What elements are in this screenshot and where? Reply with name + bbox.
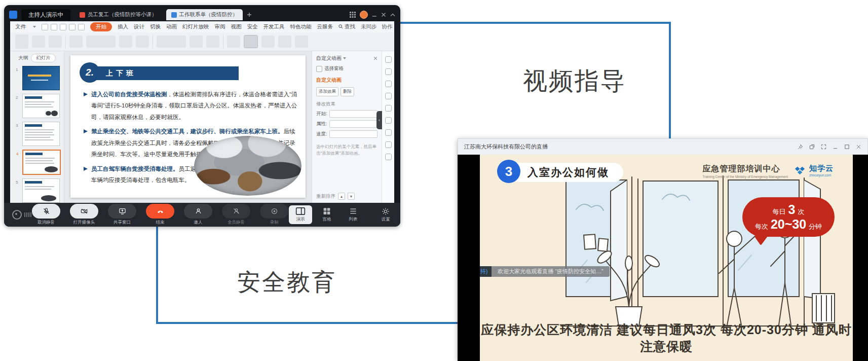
property-select[interactable] <box>329 120 378 128</box>
mute-all-button[interactable]: 全员静音 <box>221 204 251 226</box>
view-grid-button[interactable]: 宫格 <box>315 205 338 224</box>
sidebar-icon-strip: ‹ <box>382 51 394 203</box>
pin-icon[interactable] <box>798 144 803 150</box>
connector-line-left <box>156 227 158 324</box>
settings-button[interactable]: 设置 <box>374 206 397 224</box>
minimize-icon[interactable] <box>372 12 377 17</box>
wps-doc-tab-1[interactable]: 员工复工（疫情防控等小课） <box>74 9 162 20</box>
share-window-button[interactable]: 共享窗口 <box>107 204 137 226</box>
tab-slides[interactable]: 幻灯片 <box>31 54 56 62</box>
brand-name: 知学云 <box>809 164 834 173</box>
pane-collapse-handle[interactable]: ‹ <box>376 111 382 129</box>
gear-icon <box>382 207 390 215</box>
strip-tool-icon[interactable] <box>385 56 392 63</box>
strip-tool-icon[interactable] <box>385 117 392 124</box>
menu-cloud[interactable]: 云服务 <box>317 23 333 30</box>
menu-review[interactable]: 审阅 <box>215 23 225 30</box>
menu-security[interactable]: 安全 <box>247 23 258 30</box>
bullet-arrow-icon <box>84 92 88 96</box>
field-speed-label: 速度: <box>316 131 327 137</box>
collapse-ribbon-icon[interactable] <box>390 13 395 17</box>
strip-tool-icon[interactable] <box>385 154 392 160</box>
slide-section-number: 2. <box>80 62 100 83</box>
delete-effect-button[interactable]: 删除 <box>341 87 354 96</box>
fullscreen-icon[interactable] <box>821 144 826 150</box>
user-avatar[interactable] <box>360 11 368 19</box>
video-heading: 入室办公如何做 <box>527 165 609 179</box>
menu-start[interactable]: 开始 <box>90 22 112 31</box>
field-start-label: 开始: <box>316 111 327 117</box>
ribbon-paragraph-group[interactable] <box>157 35 186 48</box>
menu-animation[interactable]: 动画 <box>166 23 177 30</box>
strip-tool-icon[interactable] <box>385 105 392 112</box>
maximize-icon[interactable] <box>844 144 850 150</box>
ribbon-selected-tool[interactable] <box>244 35 258 48</box>
menu-slideshow[interactable]: 幻灯片放映 <box>182 23 209 30</box>
tab-outline[interactable]: 大纲 <box>18 55 28 61</box>
start-select[interactable] <box>329 110 378 118</box>
quick-access-toolbar[interactable] <box>42 24 85 30</box>
wps-shared-screen: 文件 开始 插入 设计 切换 动画 幻灯片放映 审阅 视图 安全 开发工具 特色… <box>10 21 394 203</box>
speed-select[interactable] <box>329 130 378 138</box>
menu-view[interactable]: 视图 <box>231 23 242 30</box>
record-button[interactable]: 录制 <box>259 204 289 226</box>
select-pane-link[interactable]: 选择窗格 <box>324 65 344 72</box>
menu-design[interactable]: 设计 <box>134 23 144 30</box>
strip-tool-icon[interactable] <box>385 81 392 87</box>
ventilation-tip-bubble: 每日 3 次 每次 20~30 分钟 <box>742 197 835 237</box>
reorder-label: 重新排序 <box>316 193 335 200</box>
slide-thumb-5[interactable]: 5 <box>22 178 60 203</box>
close-icon[interactable] <box>856 144 861 150</box>
share-screen-icon <box>119 207 126 215</box>
view-presenter-button[interactable]: 演示 <box>289 205 312 224</box>
wps-doc-tab-2[interactable]: 工作联系单（疫情防控） <box>166 9 243 20</box>
reorder-down-button[interactable]: ▼ <box>348 193 355 200</box>
camera-on-button[interactable]: 打开摄像头 <box>69 204 99 226</box>
popout-icon[interactable] <box>809 144 815 150</box>
invite-button[interactable]: 邀人 <box>183 204 213 226</box>
ribbon-slide-group[interactable] <box>69 35 83 48</box>
menu-find[interactable]: 查找 <box>338 23 355 30</box>
video-window-title: 江苏南大环保科技有限公司的直播 <box>458 143 548 151</box>
collaborate-button[interactable]: 协作 <box>382 23 392 30</box>
pane-hint-text: 选中幻灯片的某个元素，然后单击“添加效果”添加动画。 <box>316 143 378 157</box>
menu-devtools[interactable]: 开发工具 <box>263 23 285 30</box>
menu-transition[interactable]: 切换 <box>150 23 161 30</box>
camera-off-icon <box>80 207 88 215</box>
unmute-button[interactable]: 取消静音 <box>31 204 61 226</box>
menu-features[interactable]: 特色功能 <box>290 23 312 30</box>
end-call-button[interactable]: 结束 <box>145 204 175 226</box>
slide-thumb-2[interactable]: 2 <box>22 94 60 118</box>
wps-ribbon <box>10 32 394 51</box>
slide-thumb-4-current[interactable]: 4 <box>22 150 61 175</box>
current-slide[interactable]: 2. 上下班 进入公司前自觉接受体温检测，体温检测需排队有序进行，体温合格者需进… <box>70 55 306 198</box>
add-effect-button[interactable]: 添加效果 <box>316 87 338 96</box>
minimize-icon[interactable] <box>833 144 838 150</box>
strip-tool-icon[interactable] <box>385 68 392 75</box>
slide-thumb-1[interactable]: 1 <box>22 66 60 90</box>
field-property-label: 属性: <box>316 121 327 127</box>
new-tab-icon[interactable] <box>247 12 252 17</box>
menu-insert[interactable]: 插入 <box>118 23 128 30</box>
slide-thumb-3[interactable]: 3 <box>22 122 60 146</box>
strip-tool-icon[interactable] <box>385 141 392 148</box>
pane-close-icon[interactable] <box>373 56 378 60</box>
custom-animation-link[interactable]: 自定义动画 <box>316 77 378 84</box>
host-status-tab[interactable]: 主持人演示中 <box>21 9 70 20</box>
ribbon-paste-group[interactable] <box>15 34 28 49</box>
conference-logo-mark <box>24 212 31 217</box>
modify-effect-label: 修改效果 <box>316 101 378 107</box>
brand-domain: zhixueyun.com <box>809 173 834 177</box>
ribbon-font-box[interactable] <box>86 35 116 48</box>
sync-status[interactable]: 未同步 <box>361 23 377 30</box>
strip-tool-icon[interactable] <box>385 93 392 99</box>
apps-grid-icon[interactable] <box>350 12 356 18</box>
close-icon[interactable] <box>381 12 386 17</box>
view-list-button[interactable]: 列表 <box>342 205 365 224</box>
strip-tool-icon[interactable] <box>385 129 392 136</box>
conference-logo-icon <box>12 210 22 220</box>
org-header: 应急管理部培训中心 Training Center of the Ministr… <box>703 164 834 178</box>
reorder-up-button[interactable]: ▲ <box>338 193 345 200</box>
menu-file[interactable]: 文件 <box>15 23 26 30</box>
video-player-area[interactable]: 3 入室办公如何做 应急管理部培训中心 Training Center of t… <box>458 155 868 361</box>
